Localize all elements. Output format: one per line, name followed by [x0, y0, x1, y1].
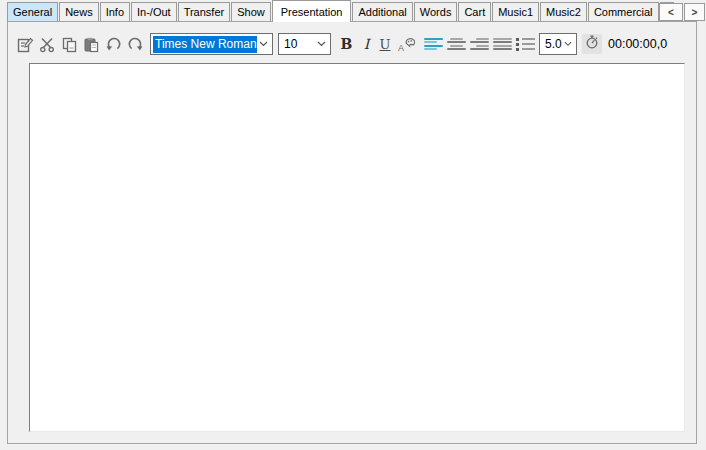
tab-transfer[interactable]: Transfer: [178, 2, 231, 21]
line-spacing-value: 5.0: [540, 37, 562, 51]
svg-text:A: A: [398, 43, 404, 53]
edit-icon: [17, 36, 34, 53]
stopwatch-button[interactable]: [582, 34, 602, 54]
copy-icon: [61, 36, 78, 53]
tab-news[interactable]: News: [59, 2, 99, 21]
tab-scroll-right-button[interactable]: >: [684, 3, 705, 21]
paste-button[interactable]: [82, 34, 101, 54]
align-right-button[interactable]: [470, 38, 489, 51]
tab-music2[interactable]: Music2: [540, 2, 587, 21]
align-left-button[interactable]: [424, 38, 443, 51]
font-size-combobox[interactable]: 10: [278, 33, 331, 55]
align-justify-button[interactable]: [493, 38, 512, 51]
tab-label: General: [13, 6, 52, 18]
chevron-down-icon: [315, 41, 330, 47]
tab-label: News: [65, 6, 93, 18]
tab-info[interactable]: Info: [100, 2, 130, 21]
redo-button[interactable]: [126, 34, 145, 54]
tab-presentation[interactable]: Presentation: [272, 0, 352, 22]
chevron-right-icon: >: [692, 7, 698, 18]
chevron-down-icon: [257, 41, 272, 47]
tab-label: Show: [237, 6, 265, 18]
copy-button[interactable]: [60, 34, 79, 54]
tab-scroll-left-button[interactable]: <: [659, 3, 683, 21]
tab-label: Music1: [498, 6, 533, 18]
tab-show[interactable]: Show: [231, 2, 271, 21]
edit-button[interactable]: [16, 34, 35, 54]
font-name-value: Times New Roman: [153, 36, 257, 53]
align-center-button[interactable]: [447, 38, 466, 51]
paste-icon: [83, 36, 100, 53]
tab-label: In-/Out: [137, 6, 171, 18]
line-spacing-combobox[interactable]: 5.0: [539, 33, 577, 55]
tab-strip: General News Info In-/Out Transfer Show …: [7, 0, 706, 21]
bold-button[interactable]: B: [338, 34, 355, 54]
list-button[interactable]: [516, 38, 535, 51]
tab-general[interactable]: General: [7, 2, 58, 21]
chevron-left-icon: <: [668, 7, 674, 18]
tab-words[interactable]: Words: [414, 2, 458, 21]
chevron-down-icon: [562, 41, 576, 47]
cut-button[interactable]: [38, 34, 57, 54]
tab-in-out[interactable]: In-/Out: [131, 2, 177, 21]
alignment-group: [424, 38, 535, 51]
editor-textarea[interactable]: [29, 63, 685, 432]
tab-label: Info: [106, 6, 124, 18]
undo-button[interactable]: [104, 34, 123, 54]
font-name-combobox[interactable]: Times New Roman: [150, 33, 273, 55]
tab-music1[interactable]: Music1: [492, 2, 539, 21]
formatting-toolbar: Times New Roman 10 B I U A: [16, 32, 692, 56]
tab-label: Words: [420, 6, 452, 18]
undo-icon: [105, 36, 122, 53]
font-color-icon: A: [397, 36, 415, 53]
tab-label: Cart: [464, 6, 485, 18]
tab-cart[interactable]: Cart: [458, 2, 491, 21]
redo-icon: [127, 36, 144, 53]
italic-button[interactable]: I: [359, 34, 374, 54]
tab-additional[interactable]: Additional: [352, 2, 412, 21]
underline-button[interactable]: U: [377, 34, 393, 54]
tab-label: Commercial: [594, 6, 653, 18]
cut-icon: [39, 36, 56, 53]
font-size-value: 10: [279, 37, 297, 51]
stopwatch-icon: [584, 34, 600, 54]
tab-label: Music2: [546, 6, 581, 18]
tab-label: Additional: [358, 6, 406, 18]
tab-label: Transfer: [184, 6, 225, 18]
timer-readout: 00:00:00,0: [608, 37, 667, 51]
tab-commercial[interactable]: Commercial: [588, 2, 659, 21]
tab-label: Presentation: [281, 6, 343, 18]
font-color-button[interactable]: A: [396, 34, 416, 54]
presentation-tab-page: Times New Roman 10 B I U A: [7, 21, 697, 444]
